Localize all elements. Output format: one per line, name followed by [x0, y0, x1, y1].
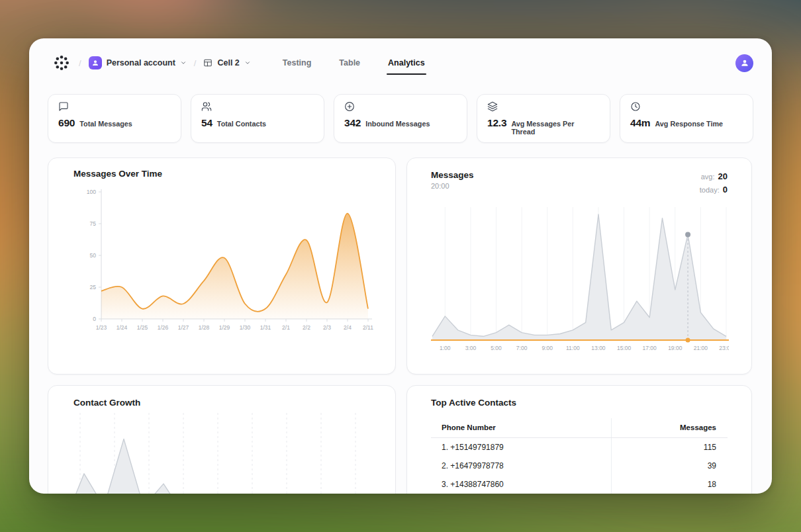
svg-text:1/24: 1/24 — [117, 324, 128, 331]
svg-text:50: 50 — [90, 252, 97, 259]
person-icon — [740, 58, 749, 67]
svg-text:2/1: 2/1 — [282, 324, 290, 331]
app-window: / Personal account / Cell 2 TestingTable… — [29, 38, 772, 494]
stat-label: Avg Response Time — [655, 120, 723, 128]
app-logo-icon[interactable] — [52, 53, 71, 73]
selected-hour-label: 20:00 — [431, 182, 474, 190]
panel-title: Messages — [431, 170, 474, 180]
stat-label: Total Contacts — [217, 120, 266, 128]
messages-header: Messages — [611, 418, 729, 437]
charts-row: Messages Over Time 02550751001/231/241/2… — [48, 157, 753, 375]
bottom-row: Contact Growth Top Active Contacts Phone… — [48, 385, 753, 494]
today-label: today: — [700, 185, 720, 196]
cell-switcher-button[interactable]: Cell 2 — [203, 58, 250, 67]
tab-table[interactable]: Table — [338, 54, 361, 71]
svg-text:9:00: 9:00 — [542, 345, 553, 351]
stats-row: 690Total Messages54Total Contacts342Inbo… — [48, 94, 753, 143]
svg-text:19:00: 19:00 — [668, 345, 683, 351]
account-avatar — [89, 56, 102, 69]
svg-text:75: 75 — [90, 220, 97, 227]
user-avatar[interactable] — [735, 54, 753, 72]
stat-card: 54Total Contacts — [191, 94, 324, 143]
chevron-down-icon — [244, 60, 251, 66]
stat-card: 12.3Avg Messages Per Thread — [477, 94, 610, 143]
breadcrumb-separator: / — [194, 58, 197, 68]
account-switcher-button[interactable]: Personal account — [89, 56, 187, 69]
tab-analytics[interactable]: Analytics — [387, 54, 426, 71]
nav-tabs: TestingTableAnalytics — [281, 54, 426, 71]
svg-text:1/23: 1/23 — [96, 324, 107, 331]
svg-text:23:00: 23:00 — [719, 345, 729, 351]
stat-value: 54 — [201, 117, 212, 129]
contact-phone: 1. +15149791879 — [431, 438, 611, 457]
svg-text:1/27: 1/27 — [178, 324, 189, 331]
contact-phone: 2. +16479978778 — [431, 457, 611, 475]
contact-growth-panel: Contact Growth — [48, 385, 396, 494]
contact-row: 3. +1438874786018 — [431, 475, 728, 494]
users-icon — [201, 101, 212, 112]
selected-hour-marker — [686, 338, 690, 343]
svg-text:1/31: 1/31 — [260, 324, 271, 331]
svg-text:1/26: 1/26 — [158, 324, 169, 331]
clock-icon — [630, 101, 641, 112]
panel-title: Contact Growth — [73, 398, 379, 408]
contact-growth-chart — [64, 413, 381, 494]
contact-message-count: 18 — [611, 475, 729, 494]
svg-text:2/4: 2/4 — [344, 324, 352, 331]
stat-card: 342Inbound Messages — [334, 94, 467, 143]
svg-text:3:00: 3:00 — [465, 345, 477, 351]
table-grid-icon — [203, 58, 212, 67]
message-square-icon — [58, 101, 69, 112]
messages-over-time-chart: 02550751001/231/241/251/261/271/281/291/… — [64, 184, 381, 343]
plus-circle-icon — [344, 101, 355, 112]
panel-title: Top Active Contacts — [431, 398, 728, 408]
panel-title: Messages Over Time — [73, 169, 379, 179]
svg-text:100: 100 — [87, 189, 96, 195]
svg-text:25: 25 — [90, 284, 97, 290]
contact-row: 1. +15149791879115 — [431, 438, 728, 457]
stat-card: 44mAvg Response Time — [620, 94, 753, 143]
messages-hourly-panel: Messages 20:00 avg:20 today:0 1:003:005:… — [406, 157, 752, 375]
contact-message-count: 39 — [611, 457, 729, 475]
tab-testing[interactable]: Testing — [281, 54, 313, 71]
messages-hourly-chart: 1:003:005:007:009:0011:0013:0015:0017:00… — [431, 203, 729, 359]
today-value: 0 — [723, 183, 728, 197]
top-active-contacts-panel: Top Active Contacts Phone Number Message… — [406, 385, 752, 494]
chart-summary: avg:20 today:0 — [700, 170, 728, 197]
stat-label: Total Messages — [79, 120, 132, 128]
svg-text:5:00: 5:00 — [491, 345, 502, 351]
svg-text:17:00: 17:00 — [643, 345, 657, 351]
svg-text:21:00: 21:00 — [694, 345, 708, 351]
stat-value: 12.3 — [487, 117, 506, 129]
svg-text:15:00: 15:00 — [617, 345, 632, 351]
top-navigation-bar: / Personal account / Cell 2 TestingTable… — [48, 48, 753, 78]
cell-label: Cell 2 — [217, 58, 239, 67]
stat-value: 342 — [344, 117, 361, 129]
svg-text:2/2: 2/2 — [303, 324, 310, 331]
svg-text:0: 0 — [93, 316, 96, 322]
layers-icon — [487, 101, 498, 112]
svg-text:1/29: 1/29 — [219, 324, 230, 331]
contact-phone: 3. +14388747860 — [431, 475, 611, 494]
stat-label: Inbound Messages — [365, 120, 430, 128]
svg-text:2/3: 2/3 — [323, 324, 331, 331]
contact-row: 2. +1647997877839 — [431, 457, 728, 475]
svg-text:1/28: 1/28 — [199, 324, 210, 331]
svg-text:11:00: 11:00 — [566, 345, 580, 351]
stat-value: 44m — [630, 117, 650, 129]
svg-text:13:00: 13:00 — [591, 345, 606, 351]
chevron-down-icon — [180, 60, 187, 66]
svg-text:1:00: 1:00 — [440, 345, 451, 351]
svg-text:1/30: 1/30 — [240, 324, 251, 331]
svg-text:7:00: 7:00 — [516, 345, 528, 351]
contacts-table: Phone Number Messages 1. +15149791879115… — [431, 418, 728, 494]
person-icon — [91, 59, 99, 67]
table-header-row: Phone Number Messages — [431, 418, 728, 438]
contact-message-count: 115 — [611, 438, 729, 457]
selected-point-marker — [685, 232, 690, 238]
svg-text:2/11: 2/11 — [363, 324, 373, 331]
stat-card: 690Total Messages — [48, 94, 181, 143]
phone-number-header: Phone Number — [431, 418, 611, 437]
avg-value: 20 — [718, 170, 728, 183]
avg-label: avg: — [701, 171, 715, 183]
